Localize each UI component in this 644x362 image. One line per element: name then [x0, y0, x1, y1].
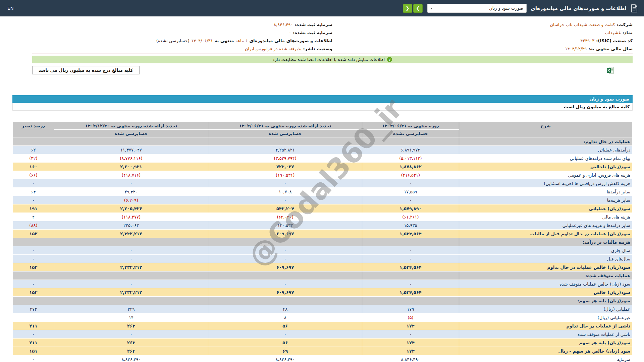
tools-row: کلیه مبالغ درج شده به میلیون ریال می باش…	[32, 66, 633, 74]
section-header-row: عملیات متوقف شده:	[13, 272, 633, 280]
signature-match-text: اطلاعات نمایش داده شده با اطلاعات امضا ش…	[273, 57, 385, 62]
value-restated-prior-period: ۶۰۹,۶۹۷	[208, 230, 362, 238]
value-percent-change: ۰	[13, 196, 54, 204]
table-row: درآمدهای عملیاتی۶,۸۹۱,۹۷۴۴,۲۵۲,۸۲۱۱۱,۳۷۷…	[13, 146, 633, 154]
registered-capital-value: ۸,۸۴۶,۴۹۰	[274, 22, 293, 27]
value-current-period	[362, 272, 459, 280]
value-restated-prior-period: (۳,۵۲۹,۷۹۴)	[208, 154, 362, 163]
unregistered-capital-label: سرمایه ثبت نشده:	[293, 30, 332, 35]
value-percent-change	[13, 297, 54, 305]
value-restated-prior-period: ۶۰۹,۶۹۷	[208, 263, 362, 272]
value-percent-change: ۲۱۱	[13, 322, 54, 330]
value-restated-prior-year: ۲۶۳	[54, 322, 208, 330]
company-label: شرکت:	[617, 22, 633, 27]
table-row: سایر درآمدها و هزینه های غیرعملیاتی۱۵,۹۳…	[13, 221, 633, 230]
value-current-period: ۱,۵۳۴,۵۶۴	[362, 230, 459, 238]
value-percent-change	[13, 137, 54, 146]
value-restated-prior-period: ۰	[208, 280, 362, 288]
topbar: اطلاعات و صورت‌های مالی میاندوره‌ای صورت…	[0, 0, 644, 16]
value-current-period: ۱,۵۳۴,۵۶۴	[362, 263, 459, 272]
fiscal-year-value: ۱۴۰۴/۱۲/۲۹	[565, 46, 587, 51]
table-row: سایر هزینه‌ها۰۰(۶,۲۰۹)۰	[13, 196, 633, 204]
chevron-down-icon: ▾	[431, 6, 432, 10]
company-name-row: شرکت: کشت و صنعت شهداب ناب خراسان	[332, 20, 633, 28]
value-restated-prior-year: ۰	[54, 179, 208, 188]
unregistered-capital-value: ۰	[289, 30, 291, 35]
table-row: سود(زیان) عملیات در حال تداوم قبل از مال…	[13, 230, 633, 238]
ticker-symbol-row: نماد: غشهداب	[332, 28, 633, 37]
row-label: سایر درآمدها و هزینه های غیرعملیاتی	[459, 221, 632, 230]
row-label: سود (زیان) خالص هر سهم - ریال	[459, 347, 632, 355]
col-header-current-period: دوره منتهی به ۱۴۰۴/۰۶/۳۱	[362, 122, 459, 130]
value-restated-prior-period: ۱۰,۷۰۸	[208, 188, 362, 196]
value-current-period: ۱,۸۷۸,۸۶۲	[362, 163, 459, 171]
registered-capital-label: سرمایه ثبت شده:	[294, 22, 332, 27]
report-period-row: اطلاعات و صورت‌های مالی میاندوره‌ای ۶ ما…	[32, 37, 332, 45]
table-row: سود(زیان) عملیاتی۱,۵۷۹,۸۹۰۵۴۳,۲۰۴۲,۲۰۵,۴…	[13, 204, 633, 213]
value-restated-prior-year: ۲۴۵,۰۶۳	[54, 221, 208, 230]
company-info-right-column: شرکت: کشت و صنعت شهداب ناب خراسان نماد: …	[332, 20, 633, 53]
col-header-description: شرح	[459, 122, 632, 137]
value-restated-prior-period: ۴۸	[208, 305, 362, 313]
value-current-period: ۱۵,۹۳۵	[362, 221, 459, 230]
value-current-period: ۰	[362, 255, 459, 263]
value-restated-prior-year	[54, 137, 208, 146]
value-percent-change: ۱۹۱	[13, 204, 54, 213]
value-current-period	[362, 297, 459, 305]
units-note-bar: کلیه مبالغ به میلیون ریال است	[12, 103, 633, 111]
period-prefix: اطلاعات و صورت‌های مالی میاندوره‌ای	[249, 38, 332, 43]
issuer-status-row: وضعیت ناشر: پذیرفته شده در فرابورس ایران	[32, 45, 332, 53]
row-label: سال‌های قبل	[459, 255, 632, 263]
isic-label: کد صنعت (ISIC):	[596, 38, 633, 43]
statement-type-select[interactable]: صورت سود و زیان ▾	[427, 4, 527, 13]
previous-statement-button[interactable]: ❮	[403, 4, 412, 13]
value-restated-prior-year: ۱۱,۳۷۷,۰۴۷	[54, 146, 208, 154]
value-restated-prior-year: ۲,۲۰۵,۴۲۶	[54, 204, 208, 213]
row-label: عملیاتی (ریال)	[459, 305, 632, 313]
value-restated-prior-period	[208, 137, 362, 146]
value-restated-prior-period: ۸	[208, 313, 362, 322]
value-restated-prior-year: ۰	[54, 246, 208, 255]
value-percent-change: ۰	[13, 355, 54, 362]
value-restated-prior-year: ۰	[54, 255, 208, 263]
statement-nav-buttons: ❯ ❮	[403, 4, 423, 13]
value-restated-prior-year: ۰	[54, 280, 208, 288]
value-restated-prior-period: ۰	[208, 255, 362, 263]
row-label: سود(زیان) عملیات در حال تداوم قبل از مال…	[459, 230, 632, 238]
value-restated-prior-year: ۸,۸۴۶,۴۹۰	[54, 355, 208, 362]
value-restated-prior-period	[208, 272, 362, 280]
value-restated-prior-year: (۸,۷۷۶,۱۱۶)	[54, 154, 208, 163]
statement-section: صورت سود و زیان کلیه مبالغ به میلیون ریا…	[12, 95, 633, 362]
value-restated-prior-period: ۰	[208, 330, 362, 339]
row-label: هزینه کاهش ارزش دریافتنی ها (هزینه استثن…	[459, 179, 632, 188]
audit-status-note: (حسابرسی نشده)	[156, 38, 190, 43]
value-current-period: ۰	[362, 179, 459, 188]
table-row: سود(زیان) ناخالص۱,۸۷۸,۸۶۲۷۲۳,۰۲۷۲,۶۰۰,۹۳…	[13, 163, 633, 171]
ticker-label: نماد:	[623, 30, 633, 35]
amounts-note-box: کلیه مبالغ درج شده به میلیون ریال می باش…	[32, 66, 140, 74]
fiscal-year-row: سال مالی منتهی به: ۱۴۰۴/۱۲/۲۹	[332, 45, 633, 53]
value-current-period: ۱۷۹	[362, 305, 459, 313]
table-row: عملیاتی (ریال)۱۷۹۴۸۲۴۹۲۷۳	[13, 305, 633, 313]
registered-capital-row: سرمایه ثبت شده: ۸,۸۴۶,۴۹۰	[32, 20, 332, 28]
value-current-period: ۶,۸۹۱,۹۷۴	[362, 146, 459, 154]
income-statement-table: شرح دوره منتهی به ۱۴۰۴/۰۶/۳۱ تجدید ارائه…	[12, 122, 633, 362]
subheader-audited-2: حسابرسی شده	[54, 130, 208, 137]
isic-code-row: کد صنعت (ISIC): ۴۲۴۹۰۳	[332, 37, 633, 45]
table-row: سود(زیان) خالص عملیات در حال تداوم۱,۵۳۴,…	[13, 263, 633, 272]
value-restated-prior-year	[54, 297, 208, 305]
value-current-period: ۱۷۴	[362, 322, 459, 330]
excel-export-icon[interactable]	[606, 67, 614, 74]
col-header-restated-prior-period: تجدید ارائه شده دوره منتهی به ۱۴۰۳/۰۶/۳۱	[208, 122, 362, 130]
value-percent-change: ۰	[13, 330, 54, 339]
english-language-link[interactable]: EN	[7, 6, 14, 11]
section-header-row: سود(زیان) پایه هر سهم:	[13, 297, 633, 305]
next-statement-button[interactable]: ❯	[413, 4, 423, 13]
table-row: بهای تمام شده درآمدهای عملیاتی(۵,۰۱۳,۱۱۲…	[13, 154, 633, 163]
table-row: سرمایه۸,۸۴۶,۴۹۰۸,۸۴۶,۴۹۰۸,۸۴۶,۴۹۰۰	[13, 355, 633, 362]
value-restated-prior-period	[208, 238, 362, 246]
isic-value: ۴۲۴۹۰۳	[580, 38, 594, 43]
row-label: عملیات در حال تداوم:	[459, 137, 632, 146]
value-restated-prior-year: ۲,۳۳۲,۲۱۲	[54, 263, 208, 272]
table-row: غیرعملیاتی (ریال)(۵)۸۱۴--	[13, 313, 633, 322]
